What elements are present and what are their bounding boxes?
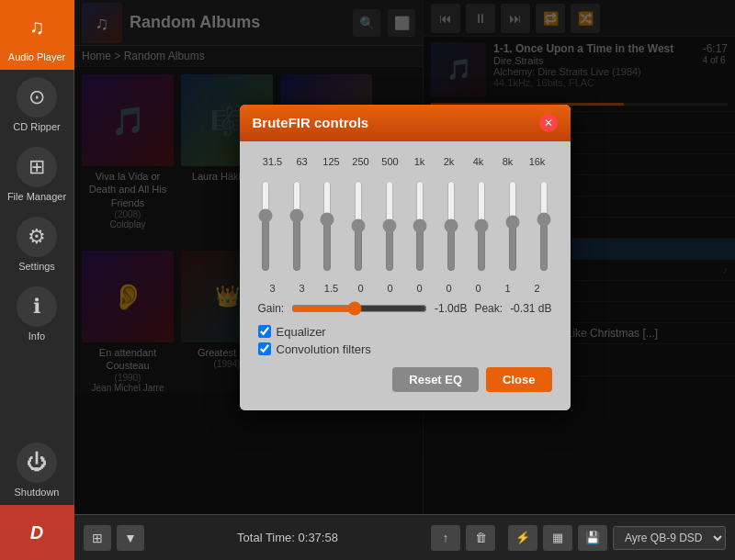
convolution-check-row: Convolution filters (258, 342, 552, 356)
sidebar-label-info: Info (28, 330, 45, 342)
eq-slider-4[interactable] (380, 180, 399, 272)
sidebar-item-cd-ripper[interactable]: ⊙ CD Ripper (0, 70, 74, 140)
save-button[interactable]: 💾 (578, 525, 607, 551)
eq-slider-7[interactable] (472, 180, 491, 272)
cd-icon: ⊙ (17, 77, 57, 118)
eq-modal: BruteFIR controls ✕ 31.5 63 125 250 500 … (240, 105, 571, 410)
equalizer-checkbox[interactable] (258, 325, 271, 338)
sidebar-label-audio-player: Audio Player (8, 51, 65, 62)
modal-actions: Reset EQ Close (251, 360, 560, 399)
modal-overlay: BruteFIR controls ✕ 31.5 63 125 250 500 … (74, 0, 735, 514)
eq-slider-wrap-0 (256, 180, 275, 272)
eq-slider-wrap-8 (503, 180, 522, 272)
peak-value: -0.31 dB (510, 302, 551, 315)
eq-val-8: 1 (493, 283, 523, 294)
list-view-button[interactable]: ▼ (117, 525, 144, 551)
sidebar-item-shutdown[interactable]: ⏻ Shutdown (0, 435, 74, 505)
freq-label-7: 4k (464, 156, 493, 167)
freq-label-5: 1k (405, 156, 435, 167)
modal-body: 31.5 63 125 250 500 1k 2k 4k 8k 16k (240, 141, 571, 410)
sidebar-item-settings[interactable]: ⚙ Settings (0, 209, 74, 279)
eq-slider-6[interactable] (442, 180, 460, 272)
eq-slider-0[interactable] (256, 180, 275, 272)
eq-val-1: 3 (288, 283, 317, 294)
convolution-label: Convolution filters (277, 342, 371, 356)
close-eq-button[interactable]: Close (486, 367, 551, 392)
eq-val-7: 0 (464, 283, 493, 294)
eq-slider-wrap-4 (380, 180, 399, 272)
info-icon: ℹ (17, 286, 57, 327)
eq-values-row: 3 3 1.5 0 0 0 0 0 1 2 (251, 281, 560, 296)
sidebar-label-shutdown: Shutdown (15, 487, 60, 498)
sidebar: ♫ Audio Player ⊙ CD Ripper ⊞ File Manage… (0, 0, 74, 560)
freq-label-3: 250 (346, 156, 376, 167)
logo: D (0, 505, 74, 560)
eq-sliders (251, 171, 560, 281)
eq-slider-wrap-9 (535, 180, 553, 272)
total-time: Total Time: 0:37:58 (237, 531, 338, 544)
gain-row: Gain: -1.0dB Peak: -0.31 dB (251, 296, 560, 321)
eq-val-3: 0 (346, 283, 376, 294)
reset-eq-button[interactable]: Reset EQ (392, 367, 479, 392)
freq-label-1: 63 (288, 156, 317, 167)
delete-button[interactable]: 🗑 (466, 525, 495, 551)
eq-slider-wrap-2 (318, 180, 336, 272)
freq-label-0: 31.5 (258, 156, 288, 167)
eq-button[interactable]: ⚡ (508, 525, 537, 551)
eq-slider-8[interactable] (503, 180, 522, 272)
equalizer-check-row: Equalizer (258, 325, 552, 339)
eq-val-0: 3 (258, 283, 288, 294)
sidebar-label-settings: Settings (18, 261, 55, 272)
grid2-button[interactable]: ▦ (543, 525, 572, 551)
eq-slider-5[interactable] (411, 180, 429, 272)
gain-slider[interactable] (291, 301, 427, 316)
equalizer-label: Equalizer (277, 325, 326, 339)
music-icon: ♫ (17, 7, 57, 48)
eq-val-5: 0 (405, 283, 435, 294)
freq-label-2: 125 (317, 156, 346, 167)
eq-val-6: 0 (435, 283, 464, 294)
bottom-bar: ⊞ ▼ Total Time: 0:37:58 ↑ 🗑 ⚡ ▦ 💾 Ayre Q… (74, 514, 735, 560)
eq-val-9: 2 (523, 283, 552, 294)
convolution-checkbox[interactable] (258, 342, 271, 355)
power-icon: ⏻ (17, 442, 57, 483)
eq-slider-3[interactable] (349, 180, 368, 272)
logo-text: D (30, 522, 43, 543)
modal-close-button[interactable]: ✕ (539, 114, 558, 132)
sidebar-item-audio-player[interactable]: ♫ Audio Player (0, 0, 74, 70)
grid-view-button[interactable]: ⊞ (84, 525, 111, 551)
sidebar-label-cd-ripper: CD Ripper (13, 121, 60, 132)
eq-slider-wrap-6 (442, 180, 460, 272)
eq-slider-2[interactable] (318, 180, 336, 272)
folder-icon: ⊞ (17, 147, 57, 187)
device-select[interactable]: Ayre QB-9 DSDDefault OutputHDMI Audio (613, 526, 726, 550)
modal-header: BruteFIR controls ✕ (240, 105, 571, 141)
freq-label-6: 2k (435, 156, 464, 167)
modal-title: BruteFIR controls (253, 115, 369, 130)
sidebar-item-info[interactable]: ℹ Info (0, 279, 74, 349)
gain-value: -1.0dB (435, 302, 467, 315)
eq-slider-wrap-1 (288, 180, 306, 272)
freq-label-4: 500 (376, 156, 405, 167)
freq-label-9: 16k (523, 156, 552, 167)
eq-val-4: 0 (376, 283, 405, 294)
freq-label-8: 8k (493, 156, 523, 167)
sidebar-label-file-manager: File Manager (7, 191, 66, 202)
sidebar-item-file-manager[interactable]: ⊞ File Manager (0, 140, 74, 209)
eq-slider-wrap-5 (411, 180, 429, 272)
eq-slider-wrap-7 (472, 180, 491, 272)
eq-slider-1[interactable] (288, 180, 306, 272)
peak-label: Peak: (474, 302, 503, 315)
gain-label: Gain: (258, 302, 285, 315)
export-button[interactable]: ↑ (431, 525, 460, 551)
modal-checks: Equalizer Convolution filters (251, 321, 560, 360)
eq-freq-labels: 31.5 63 125 250 500 1k 2k 4k 8k 16k (251, 152, 560, 171)
eq-val-2: 1.5 (317, 283, 346, 294)
gear-icon: ⚙ (17, 217, 57, 257)
eq-slider-wrap-3 (349, 180, 368, 272)
eq-slider-9[interactable] (535, 180, 553, 272)
